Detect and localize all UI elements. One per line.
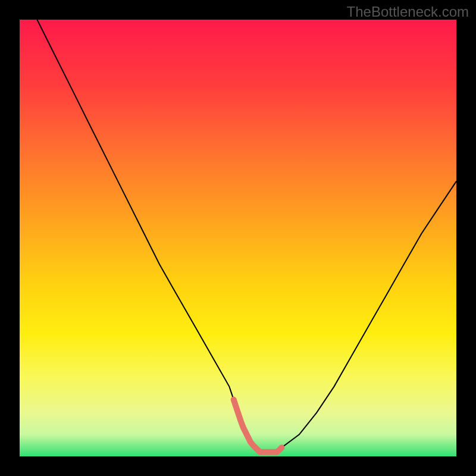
optimal-range-marker xyxy=(234,400,282,452)
chart-frame: TheBottleneck.com xyxy=(0,0,476,476)
watermark-text: TheBottleneck.com xyxy=(347,4,469,20)
plot-area xyxy=(20,20,456,456)
bottleneck-curve xyxy=(37,20,456,452)
curve-layer xyxy=(20,20,456,456)
